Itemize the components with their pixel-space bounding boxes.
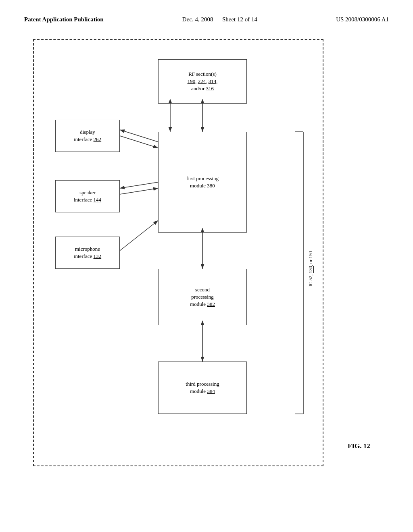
first-processing-box: first processingmodule 380	[158, 132, 247, 233]
ic-label-container: IC 52, 130, or 150	[307, 200, 315, 337]
speaker-interface-text: speakerinterface 144	[74, 189, 101, 204]
rf-section-line2: 190, 224, 314,	[188, 78, 218, 85]
diagram-area: RF section(s) 190, 224, 314, and/or 316 …	[33, 39, 380, 482]
microphone-interface-box: microphoneinterface 132	[55, 237, 120, 269]
second-processing-text: secondprocessingmodule 382	[190, 286, 215, 308]
rf-section-box: RF section(s) 190, 224, 314, and/or 316	[158, 59, 247, 104]
rf-section-line1: RF section(s)	[188, 71, 217, 78]
second-processing-box: secondprocessingmodule 382	[158, 269, 247, 325]
header-center: Dec. 4, 2008 Sheet 12 of 14	[182, 16, 257, 23]
rf-section-line3: and/or 316	[191, 85, 214, 92]
speaker-interface-box: speakerinterface 144	[55, 180, 120, 212]
publication-date: Dec. 4, 2008	[182, 16, 213, 23]
fig-label-text: FIG. 12	[348, 442, 370, 450]
header-right: US 2008/0300006 A1	[336, 16, 389, 23]
microphone-interface-text: microphoneinterface 132	[74, 245, 101, 260]
third-processing-text: third processingmodule 384	[186, 380, 219, 395]
display-interface-text: displayinterface 262	[74, 129, 101, 143]
publication-label: Patent Application Publication	[24, 16, 104, 23]
ic-label-text: IC 52, 130, or 150	[308, 251, 314, 287]
third-processing-box: third processingmodule 384	[158, 362, 247, 414]
patent-number: US 2008/0300006 A1	[336, 16, 389, 23]
fig-label: FIG. 12	[348, 442, 370, 450]
sheet-info: Sheet 12 of 14	[222, 16, 257, 23]
first-processing-text: first processingmodule 380	[186, 175, 219, 189]
display-interface-box: displayinterface 262	[55, 120, 120, 152]
page-header: Patent Application Publication Dec. 4, 2…	[0, 0, 413, 31]
header-left: Patent Application Publication	[24, 16, 104, 23]
